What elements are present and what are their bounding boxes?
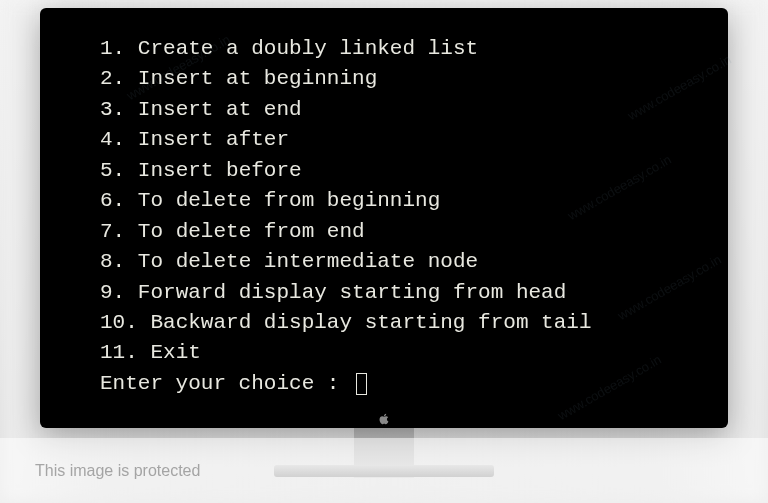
menu-item-6: 6. To delete from beginning: [100, 186, 668, 216]
input-prompt[interactable]: Enter your choice :: [100, 369, 668, 399]
menu-item-1: 1. Create a doubly linked list: [100, 34, 668, 64]
cursor-icon: [356, 373, 367, 395]
menu-item-5: 5. Insert before: [100, 156, 668, 186]
menu-item-11: 11. Exit: [100, 338, 668, 368]
apple-logo-icon: [377, 412, 391, 426]
terminal-screen: 1. Create a doubly linked list 2. Insert…: [60, 22, 708, 408]
monitor-frame: 1. Create a doubly linked list 2. Insert…: [40, 8, 728, 428]
menu-item-2: 2. Insert at beginning: [100, 64, 668, 94]
menu-item-8: 8. To delete intermediate node: [100, 247, 668, 277]
menu-item-7: 7. To delete from end: [100, 217, 668, 247]
protection-overlay: This image is protected: [0, 438, 768, 503]
menu-item-10: 10. Backward display starting from tail: [100, 308, 668, 338]
menu-item-9: 9. Forward display starting from head: [100, 278, 668, 308]
menu-item-4: 4. Insert after: [100, 125, 668, 155]
protection-text: This image is protected: [35, 462, 200, 480]
menu-item-3: 3. Insert at end: [100, 95, 668, 125]
